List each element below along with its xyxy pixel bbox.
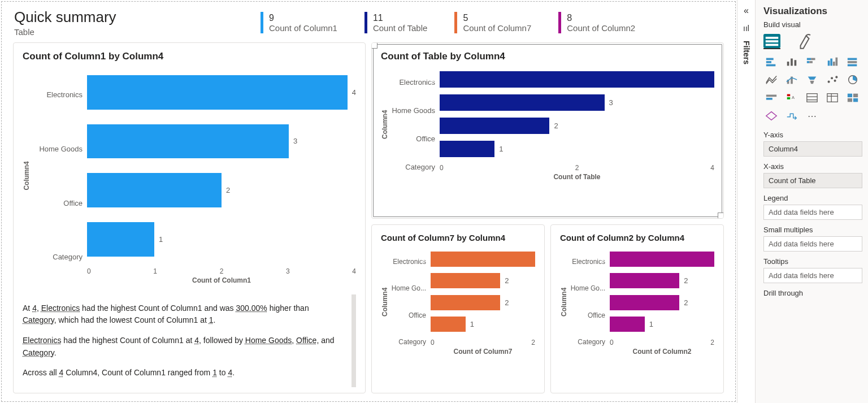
svg-rect-42 <box>853 94 858 97</box>
summary-card-2[interactable]: 5 Count of Column7 <box>454 12 531 33</box>
svg-rect-8 <box>791 59 793 66</box>
bar[interactable] <box>431 295 500 310</box>
viz-stacked-100-icon[interactable] <box>845 55 861 68</box>
build-mode-tab[interactable] <box>763 33 780 49</box>
x-tick: 0 <box>431 339 435 346</box>
summary-card-0[interactable]: 9 Count of Column1 <box>261 12 337 33</box>
viz-pie-icon[interactable] <box>845 73 861 86</box>
category-label: Office <box>389 311 426 319</box>
viz-gauge-icon[interactable] <box>763 91 779 105</box>
small-multiples-field[interactable]: Add data fields here <box>763 236 862 252</box>
collapse-arrow-icon[interactable]: « <box>744 6 749 16</box>
category-label: Electronics <box>389 78 435 86</box>
svg-rect-1 <box>766 37 779 39</box>
svg-point-26 <box>831 77 833 79</box>
category-label: Category <box>568 338 605 346</box>
svg-rect-7 <box>787 62 789 66</box>
bar[interactable] <box>431 273 500 288</box>
category-label: Home Goods <box>31 145 83 153</box>
x-axis-label: Count of Column1 <box>87 276 356 284</box>
y-axis-label: Column4 <box>23 68 31 284</box>
bar-value: 1 <box>499 145 503 153</box>
x-tick: 0 <box>610 339 614 346</box>
x-tick: 2 <box>531 339 535 346</box>
x-tick: 2 <box>575 164 579 172</box>
svg-rect-4 <box>766 58 774 60</box>
yaxis-field[interactable]: Column4 <box>763 141 862 157</box>
viz-treemap-icon[interactable] <box>845 91 861 105</box>
viz-kpi-icon[interactable]: A <box>784 91 800 105</box>
x-tick: 1 <box>153 267 157 275</box>
summary-card-1[interactable]: 11 Count of Table <box>364 12 427 33</box>
svg-marker-23 <box>808 77 817 80</box>
bar[interactable] <box>610 273 679 288</box>
viz-more-visuals-icon[interactable]: ⋯ <box>804 109 820 123</box>
small-charts-row: Count of Column7 by Column4 Column4 Elec… <box>371 224 724 393</box>
bar-value: 3 <box>293 137 297 145</box>
chart-count-table[interactable]: 📌 🔔 ☰ ✎ ⛶ ⋯ Count of Table by Column4 Co… <box>371 42 724 219</box>
chart-title: Count of Column7 by Column4 <box>381 233 535 242</box>
format-mode-tab[interactable] <box>796 33 813 49</box>
mode-tabs <box>763 33 862 49</box>
bar[interactable] <box>87 75 348 110</box>
bar-value: 1 <box>159 235 163 244</box>
viz-line-icon[interactable] <box>763 73 779 86</box>
viz-line-column-icon[interactable] <box>784 73 800 86</box>
chart-count-column1[interactable]: Count of Column1 by Column4 Column4 Elec… <box>13 42 366 393</box>
bar[interactable] <box>87 124 289 159</box>
bar[interactable] <box>440 118 549 134</box>
filters-tab-label[interactable]: Filters <box>742 41 751 64</box>
viz-stacked-bar-100-icon[interactable] <box>804 55 820 68</box>
y-axis-label: Column4 <box>381 68 389 181</box>
xaxis-field[interactable]: Count of Table <box>763 173 862 188</box>
bar[interactable] <box>440 141 494 157</box>
category-label: Home Go... <box>389 284 426 292</box>
card-label: Count of Table <box>373 23 427 33</box>
insights-text: At 4, Electronics had the highest Count … <box>23 294 356 387</box>
bar[interactable] <box>440 94 605 111</box>
bar[interactable] <box>87 173 222 207</box>
x-axis-label: Count of Column2 <box>610 348 714 356</box>
svg-rect-12 <box>807 61 810 63</box>
viz-clustered-column-2-icon[interactable] <box>824 55 840 68</box>
tooltips-field[interactable]: Add data fields here <box>763 268 862 283</box>
viz-python-visual-icon[interactable] <box>763 109 779 123</box>
viz-funnel-icon[interactable] <box>804 73 820 86</box>
bar[interactable]: 5 <box>440 71 714 88</box>
svg-rect-19 <box>848 61 857 63</box>
bar-value: 4 <box>352 88 356 97</box>
bar[interactable] <box>87 222 154 257</box>
legend-field[interactable]: Add data fields here <box>763 205 862 220</box>
card-stripe <box>454 12 457 33</box>
viz-scatter-icon[interactable] <box>824 73 840 86</box>
report-canvas: Quick summary Table 9 Count of Column1 1… <box>1 1 736 402</box>
x-tick: 2 <box>710 339 714 346</box>
category-label: Category <box>389 163 435 171</box>
x-tick: 2 <box>220 267 224 275</box>
bar[interactable]: 3 <box>610 252 714 267</box>
x-axis-label: Count of Table <box>440 173 714 181</box>
bar-value: 2 <box>684 276 688 285</box>
chart-count-column7[interactable]: Count of Column7 by Column4 Column4 Elec… <box>371 224 545 393</box>
bar[interactable]: 3 <box>431 252 535 267</box>
viz-stacked-bar-icon[interactable] <box>763 55 779 68</box>
viz-matrix-icon[interactable] <box>824 91 840 105</box>
card-value: 9 <box>269 13 337 23</box>
chart-count-column2[interactable]: Count of Column2 by Column4 Column4 Elec… <box>550 224 724 393</box>
bar[interactable] <box>610 295 679 310</box>
category-label: Home Goods <box>389 106 435 115</box>
x-tick: 0 <box>440 164 444 172</box>
summary-cards: 9 Count of Column1 11 Count of Table 5 C… <box>261 12 635 33</box>
viz-table-icon[interactable] <box>804 91 820 105</box>
x-tick: 4 <box>352 267 356 275</box>
viz-clustered-column-icon[interactable] <box>784 55 800 68</box>
svg-rect-16 <box>833 62 835 66</box>
viz-power-automate-icon[interactable] <box>784 109 800 123</box>
summary-card-3[interactable]: 8 Count of Column2 <box>558 12 635 33</box>
svg-point-25 <box>828 81 830 83</box>
bar[interactable] <box>431 317 466 332</box>
bar[interactable] <box>610 317 645 332</box>
data-icon[interactable]: ııl <box>743 24 749 33</box>
svg-point-28 <box>836 76 837 78</box>
category-label: Electronics <box>31 90 83 99</box>
